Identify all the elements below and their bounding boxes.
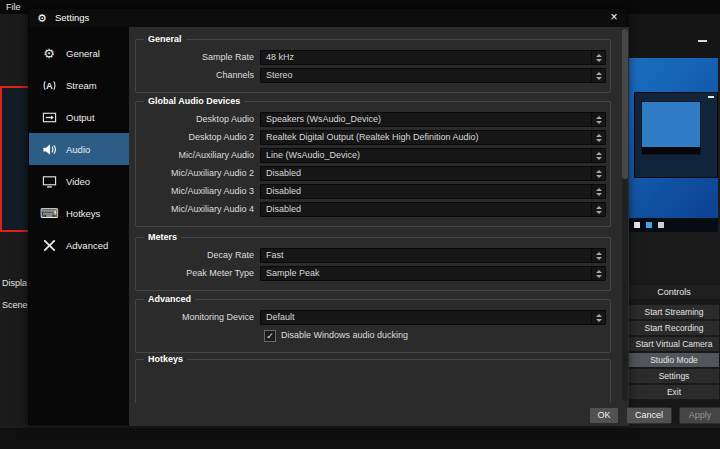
spinner-arrows-icon[interactable] [591,185,605,198]
mini-window-taskbar [642,147,700,154]
group-advanced: Advanced Monitoring Device Default ✓ Dis… [135,299,611,353]
spinner-arrows-icon[interactable] [591,249,605,262]
dialog-button-bar: OK Cancel Apply [129,403,629,426]
settings-dialog: ⚙ Settings × ⚙ General A Stream [28,8,628,425]
mini-window-close-glyph [708,96,714,98]
sample-rate-select[interactable]: 48 kHz [260,50,606,65]
dialog-titlebar[interactable]: ⚙ Settings × [29,9,627,27]
cancel-button[interactable]: Cancel [626,407,672,424]
desktop-audio-select[interactable]: Speakers (WsAudio_Device) [260,112,606,127]
taskbar-icon [646,222,652,228]
spinner-arrows-icon[interactable] [591,267,605,280]
mic-aux-audio-select[interactable]: Line (WsAudio_Device) [260,148,606,163]
field-label: Mic/Auxiliary Audio 2 [136,166,254,181]
check-icon: ✓ [266,331,274,341]
bottom-bar: ⚙ [0,428,720,449]
spinner-arrows-icon[interactable] [591,113,605,126]
field-label: Desktop Audio [136,112,254,127]
field-label: Peak Meter Type [136,266,254,281]
sidebar-item-output[interactable]: Output [29,101,129,133]
sidebar-item-label: Advanced [66,240,108,251]
spinner-arrows-icon[interactable] [591,51,605,64]
advanced-tools-icon [41,237,57,253]
combo-value: Default [266,312,295,322]
minimize-glyph [698,40,707,42]
dialog-title: Settings [55,9,89,27]
svg-text:A: A [46,80,53,90]
sidebar-item-label: Stream [66,80,97,91]
mic-aux-audio-3-select[interactable]: Disabled [260,184,606,199]
peak-meter-type-select[interactable]: Sample Peak [260,266,606,281]
settings-gear-icon: ⚙ [37,11,47,25]
group-title: General [144,34,186,45]
sidebar-item-label: Hotkeys [66,208,100,219]
combo-value: Disabled [266,204,301,214]
channels-select[interactable]: Stereo [260,68,606,83]
gear-icon: ⚙ [41,45,57,61]
menu-file[interactable]: File [6,0,21,14]
sidebar-item-video[interactable]: Video [29,165,129,197]
field-label: Mic/Auxiliary Audio 4 [136,202,254,217]
combo-value: Speakers (WsAudio_Device) [266,114,381,124]
start-recording-button[interactable]: Start Recording [629,321,719,335]
sidebar-item-label: Output [66,112,95,123]
sidebar-item-stream[interactable]: A Stream [29,69,129,101]
combo-value: Disabled [266,186,301,196]
field-label: Decay Rate [136,248,254,263]
field-label: Mic/Auxiliary Audio [136,148,254,163]
combo-value: Disabled [266,168,301,178]
ok-button[interactable]: OK [589,407,619,424]
spinner-arrows-icon[interactable] [591,311,605,324]
mini-window-content [641,101,701,155]
sidebar-item-label: Audio [66,144,90,155]
decay-rate-select[interactable]: Fast [260,248,606,263]
apply-button[interactable]: Apply [679,407,720,424]
settings-button[interactable]: Settings [629,369,719,383]
mic-aux-audio-4-select[interactable]: Disabled [260,202,606,217]
mic-aux-audio-2-select[interactable]: Disabled [260,166,606,181]
scrollbar-thumb[interactable] [622,29,628,179]
combo-value: 48 kHz [266,52,294,62]
start-virtual-camera-button[interactable]: Start Virtual Camera [629,337,719,351]
settings-sidebar: ⚙ General A Stream [29,27,129,424]
group-general: General Sample Rate 48 kHz Channels Ster… [135,39,611,93]
field-label: Monitoring Device [136,310,254,325]
top-right-panel [628,14,720,58]
sidebar-item-advanced[interactable]: Advanced [29,229,129,261]
dock-label-displays: Displa [2,278,30,288]
output-icon [41,109,57,125]
preview-mini-window [634,92,718,178]
start-streaming-button[interactable]: Start Streaming [629,305,719,319]
sidebar-item-hotkeys[interactable]: ⌨ Hotkeys [29,197,129,229]
settings-content: General Sample Rate 48 kHz Channels Ster… [129,27,629,403]
audio-icon [41,141,57,157]
spinner-arrows-icon[interactable] [591,149,605,162]
video-icon [41,173,57,189]
field-label: Channels [136,68,254,83]
controls-panel-title: Controls [628,285,720,299]
close-icon[interactable]: × [603,9,625,27]
sidebar-item-audio[interactable]: Audio [29,133,129,165]
spinner-arrows-icon[interactable] [591,167,605,180]
checkbox-label: Disable Windows audio ducking [281,329,408,342]
spinner-arrows-icon[interactable] [591,131,605,144]
obs-studio-screen: File Displa Scene Controls Start Streami… [0,0,720,449]
content-scrollbar[interactable] [622,29,628,401]
monitoring-device-select[interactable]: Default [260,310,606,325]
combo-value: Line (WsAudio_Device) [266,150,360,160]
studio-mode-button[interactable]: Studio Mode [629,353,719,367]
desktop-audio-2-select[interactable]: Realtek Digital Output (Realtek High Def… [260,130,606,145]
sidebar-item-general[interactable]: ⚙ General [29,37,129,69]
sidebar-item-label: Video [66,176,90,187]
taskbar-icon [634,222,640,228]
spinner-arrows-icon[interactable] [591,69,605,82]
group-title: Meters [144,232,181,243]
field-label: Sample Rate [136,50,254,65]
field-label: Mic/Auxiliary Audio 3 [136,184,254,199]
spinner-arrows-icon[interactable] [591,203,605,216]
disable-ducking-checkbox[interactable]: ✓ [264,330,276,342]
stream-icon: A [41,77,57,93]
taskbar-icon [658,222,664,228]
exit-button[interactable]: Exit [629,385,719,399]
group-global-audio-devices: Global Audio Devices Desktop Audio Speak… [135,101,611,227]
